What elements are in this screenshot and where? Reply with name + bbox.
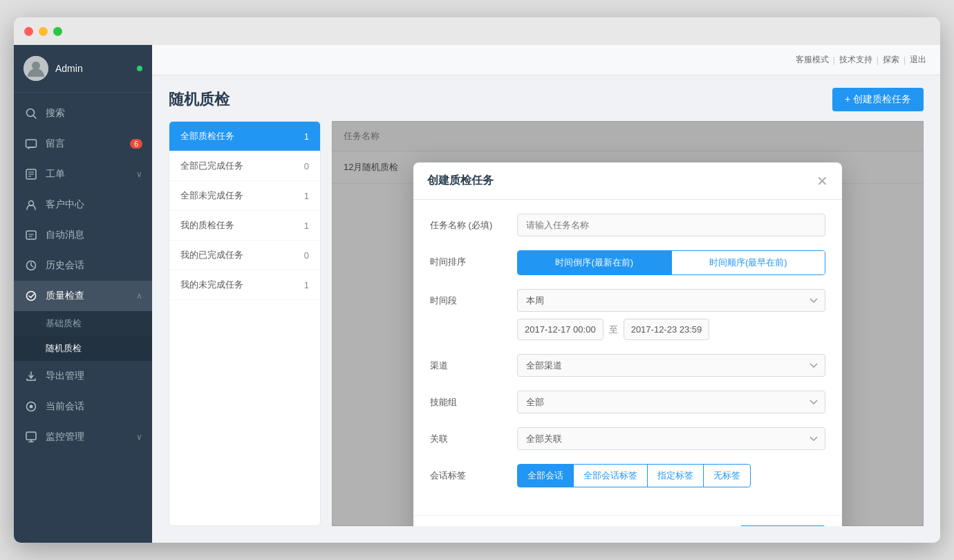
sidebar-item-export[interactable]: 导出管理 (14, 361, 152, 391)
export-icon (24, 368, 39, 384)
date-start-display[interactable]: 2017-12-17 00:00 (517, 319, 604, 340)
form-control-time-sort: 时间倒序(最新在前) 时间顺序(最早在前) (517, 250, 825, 275)
filter-label-all: 全部质检任务 (180, 130, 234, 142)
messages-badge: 6 (130, 139, 142, 149)
relation-select[interactable]: 全部关联 (517, 427, 825, 450)
modal-body: 任务名称 (必填) 时间排序 (413, 200, 842, 515)
message-icon (24, 136, 39, 151)
topbar-link-explore[interactable]: 探索 (883, 54, 899, 66)
sidebar-item-messages[interactable]: 留言 6 (14, 129, 152, 159)
topbar-link-logout[interactable]: 退出 (910, 54, 926, 66)
sidebar-label-auto: 自动消息 (46, 229, 142, 241)
sidebar-sublabel-basic: 基础质检 (46, 317, 82, 330)
modal-close-button[interactable]: ✕ (816, 174, 828, 188)
sidebar-item-quality[interactable]: 质量检查 ∧ (14, 281, 152, 311)
form-label-task-name: 任务名称 (必填) (430, 214, 506, 232)
form-label-channel: 渠道 (430, 354, 506, 372)
filter-my-completed[interactable]: 我的已完成任务 0 (169, 241, 320, 270)
filter-all-tasks[interactable]: 全部质检任务 1 (169, 122, 320, 151)
filter-my-tasks[interactable]: 我的质检任务 1 (169, 211, 320, 241)
current-icon (24, 399, 39, 414)
filter-count-my-incomplete: 1 (304, 280, 309, 290)
date-separator: 至 (609, 324, 618, 336)
title-bar (14, 17, 940, 45)
search-icon (24, 106, 39, 121)
form-row-channel: 渠道 全部渠道 (430, 354, 825, 377)
monitor-icon (24, 429, 39, 445)
sidebar-item-auto-message[interactable]: 自动消息 (14, 220, 152, 250)
filter-count-my-completed: 0 (304, 250, 309, 261)
minimize-button[interactable] (39, 27, 48, 36)
filter-panel: 全部质检任务 1 全部已完成任务 0 全部未完成任务 1 我的质检任务 1 (169, 121, 321, 526)
time-range-select[interactable]: 本周 (517, 289, 825, 312)
quality-icon (24, 288, 39, 304)
modal-title: 创建质检任务 (427, 174, 494, 188)
sidebar-item-workorder[interactable]: 工单 ∨ (14, 159, 152, 189)
sidebar-item-current[interactable]: 当前会话 (14, 391, 152, 422)
modal-footer: 清空 创建质检任务 (413, 515, 842, 526)
sidebar-menu: 搜索 留言 6 工单 ∨ (14, 93, 152, 543)
form-control-skill-group: 全部 (517, 391, 825, 413)
content-area: 任务名称 12月随机质检 创建质检任务 ✕ (332, 121, 924, 526)
channel-select[interactable]: 全部渠道 (517, 354, 825, 377)
sidebar-item-random-quality[interactable]: 随机质检 (14, 336, 152, 361)
create-task-button[interactable]: + 创建质检任务 (832, 88, 924, 111)
time-sort-desc-btn[interactable]: 时间倒序(最新在前) (518, 251, 672, 274)
form-row-tag: 会话标签 全部会话 全部会话标签 指定标签 无标签 (430, 464, 825, 487)
date-end-display[interactable]: 2017-12-23 23:59 (624, 319, 710, 340)
filter-incomplete-all[interactable]: 全部未完成任务 1 (169, 181, 320, 211)
chevron-down-icon: ∨ (136, 169, 142, 179)
filter-my-incomplete[interactable]: 我的未完成任务 1 (169, 270, 320, 300)
filter-label-my-completed: 我的已完成任务 (180, 249, 243, 261)
workorder-icon (24, 167, 39, 182)
form-label-relation: 关联 (430, 427, 506, 445)
sidebar-item-basic-quality[interactable]: 基础质检 (14, 311, 152, 336)
sidebar-header: Admin (14, 45, 152, 93)
auto-icon (24, 227, 39, 243)
close-button[interactable] (24, 27, 33, 36)
sidebar-label-workorder: 工单 (46, 168, 136, 180)
task-name-input[interactable] (517, 214, 825, 236)
sidebar-label-quality: 质量检查 (46, 290, 136, 302)
svg-rect-15 (26, 432, 36, 440)
svg-rect-10 (26, 231, 36, 239)
page-header: 随机质检 + 创建质检任务 (152, 75, 940, 121)
sidebar-item-search[interactable]: 搜索 (14, 98, 152, 129)
tag-btn-all-tags[interactable]: 全部会话标签 (573, 464, 648, 487)
svg-line-3 (34, 116, 37, 119)
topbar-link-support[interactable]: 技术支持 (839, 54, 872, 66)
sidebar-label-monitor: 监控管理 (46, 431, 136, 443)
content-body: 全部质检任务 1 全部已完成任务 0 全部未完成任务 1 我的质检任务 1 (152, 121, 940, 543)
form-label-time-range: 时间段 (430, 289, 506, 307)
filter-count-all: 1 (304, 131, 309, 142)
form-label-skill-group: 技能组 (430, 391, 506, 409)
main-content: 客服模式 | 技术支持 | 探索 | 退出 随机质检 + 创建质检任务 (152, 45, 940, 543)
date-range-row: 2017-12-17 00:00 至 2017-12-23 23:59 (517, 319, 825, 340)
tag-btn-specified[interactable]: 指定标签 (647, 464, 704, 487)
form-row-relation: 关联 全部关联 (430, 427, 825, 450)
customer-icon (24, 197, 39, 212)
submit-create-button[interactable]: 创建质检任务 (740, 525, 825, 526)
topbar-link-kefu[interactable]: 客服模式 (796, 54, 829, 66)
tag-btn-all-conversations[interactable]: 全部会话 (517, 464, 574, 487)
tag-btn-no-tag[interactable]: 无标签 (703, 464, 751, 487)
modal-header: 创建质检任务 ✕ (413, 162, 842, 200)
filter-completed-all[interactable]: 全部已完成任务 0 (169, 151, 320, 181)
form-row-task-name: 任务名称 (必填) (430, 214, 825, 236)
time-sort-asc-btn[interactable]: 时间顺序(最早在前) (672, 251, 825, 274)
sidebar-item-history[interactable]: 历史会话 (14, 250, 152, 281)
svg-point-12 (27, 292, 36, 301)
maximize-button[interactable] (53, 27, 62, 36)
filter-label-my-incomplete: 我的未完成任务 (180, 279, 243, 291)
form-control-tag: 全部会话 全部会话标签 指定标签 无标签 (517, 464, 825, 487)
sidebar-label-messages: 留言 (46, 138, 130, 150)
skill-group-select[interactable]: 全部 (517, 391, 825, 413)
form-control-channel: 全部渠道 (517, 354, 825, 377)
form-label-time-sort: 时间排序 (430, 250, 506, 268)
topbar-links: 客服模式 | 技术支持 | 探索 | 退出 (796, 54, 926, 66)
form-row-skill-group: 技能组 全部 (430, 391, 825, 413)
sidebar-item-customer[interactable]: 客户中心 (14, 189, 152, 220)
filter-label-incomplete-all: 全部未完成任务 (180, 189, 243, 202)
sidebar-item-monitor[interactable]: 监控管理 ∨ (14, 422, 152, 452)
form-row-time-sort: 时间排序 时间倒序(最新在前) 时间顺序(最早在前) (430, 250, 825, 275)
